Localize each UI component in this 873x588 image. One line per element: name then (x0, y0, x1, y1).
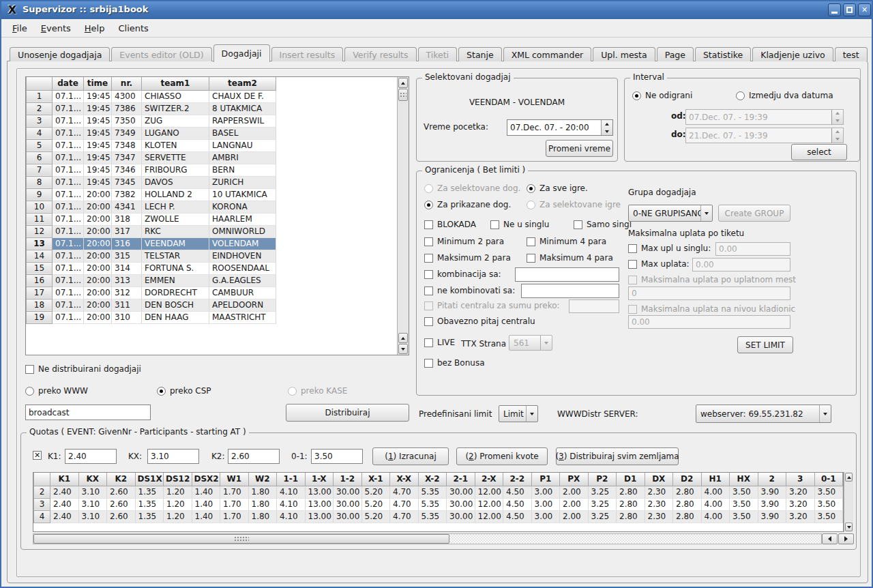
cell-team2[interactable]: LANGNAU (209, 139, 276, 151)
cell-date[interactable]: 07.1... (53, 274, 84, 286)
radio-preko-csp[interactable]: preko CSP (157, 386, 211, 396)
cell-3[interactable]: 3.20 (786, 498, 815, 510)
cell-team2[interactable]: CHAUX DE F. (209, 90, 276, 102)
cell-time[interactable]: 19:45 (84, 151, 112, 164)
cell-1-1[interactable]: 4.10 (277, 510, 306, 523)
cell-team2[interactable]: HAARLEM (209, 213, 276, 225)
cell-2-1[interactable]: 30.00 (447, 498, 475, 510)
checkbox-kombinacija-sa[interactable]: kombinacija sa: (424, 269, 501, 279)
cell-d1[interactable]: 2.80 (617, 486, 645, 498)
cell-date[interactable]: 07.1... (53, 225, 84, 237)
cell-team2[interactable]: AMBRI (209, 151, 276, 164)
scroll-left-button[interactable] (822, 533, 838, 544)
cell-time[interactable]: 20:00 (84, 262, 112, 274)
event-row[interactable]: 1707.1...20:00312DORDRECHTCAMBUUR (27, 286, 276, 299)
cell-2-2[interactable]: 4.50 (503, 486, 532, 498)
cell-time[interactable]: 20:00 (84, 201, 112, 213)
column-header-date[interactable]: date (53, 77, 84, 90)
row-number[interactable]: 7 (27, 164, 53, 176)
event-row[interactable]: 1207.1...20:00317RKCOMNIWORLD (27, 225, 276, 237)
tab-test[interactable]: test (835, 47, 868, 61)
cell-w2[interactable]: 1.80 (248, 510, 277, 523)
cell-nr[interactable]: 4300 (112, 90, 142, 102)
cell-2-1[interactable]: 30.00 (447, 510, 475, 523)
event-row[interactable]: 707.1...19:457346FRIBOURGBERN (27, 164, 276, 176)
cell-p2[interactable]: 3.25 (588, 486, 617, 498)
cell-ds1x[interactable]: 1.35 (135, 510, 164, 523)
column-header-ds12[interactable]: DS12 (164, 473, 192, 486)
tab-page[interactable]: Page (657, 47, 694, 61)
column-header-0-1[interactable]: 0-1 (814, 473, 843, 486)
cell-k1[interactable]: 2.40 (50, 498, 79, 510)
cell-team1[interactable]: TELSTAR (142, 250, 209, 262)
select-button[interactable]: select (791, 144, 847, 160)
column-header-k1[interactable]: K1 (50, 473, 79, 486)
scroll-up-button[interactable] (398, 78, 408, 88)
cell-team2[interactable]: BERN (209, 164, 276, 176)
o1-input[interactable]: 3.50 (311, 449, 363, 464)
k1-input[interactable]: 2.40 (65, 449, 117, 464)
event-row[interactable]: 807.1...19:457345DAVOSZURICH (27, 176, 276, 188)
cell-team1[interactable]: HOLLAND 2 (142, 188, 209, 201)
cell-team1[interactable]: DEN HAAG (142, 311, 209, 323)
checkbox-max-uplata[interactable]: Max uplata: (628, 259, 690, 269)
cell-1-1[interactable]: 4.10 (277, 486, 306, 498)
cell-nr[interactable]: 314 (112, 262, 142, 274)
cell-team1[interactable]: KLOTEN (142, 139, 209, 151)
cell-p1[interactable]: 3.00 (531, 510, 560, 523)
cell-team2[interactable]: MAASTRICHT (209, 311, 276, 323)
column-header-dsx2[interactable]: DSX2 (192, 473, 220, 486)
cell-h1[interactable]: 4.00 (701, 498, 730, 510)
set-limit-button[interactable]: SET LIMIT (737, 336, 793, 353)
event-row[interactable]: 1407.1...20:00315TELSTAREINDHOVEN (27, 250, 276, 262)
cell-team2[interactable]: EINDHOVEN (209, 250, 276, 262)
cell-1-x[interactable]: 13.00 (305, 510, 334, 523)
cell-1-1[interactable]: 4.10 (277, 498, 306, 510)
cell-nr[interactable]: 7349 (112, 127, 142, 139)
cell-w1[interactable]: 1.70 (220, 510, 249, 523)
cell-hx[interactable]: 3.50 (730, 486, 758, 498)
cell-p2[interactable]: 3.25 (588, 510, 617, 523)
column-header-k2[interactable]: K2 (107, 473, 136, 486)
cell-nr[interactable]: 310 (112, 311, 142, 323)
column-header-x-x[interactable]: X-X (390, 473, 419, 486)
cell-date[interactable]: 07.1... (53, 237, 84, 250)
row-number[interactable]: 10 (27, 201, 53, 213)
cell-time[interactable]: 20:00 (84, 250, 112, 262)
row-number[interactable]: 3 (34, 498, 50, 510)
cell-x-1[interactable]: 5.20 (361, 510, 390, 523)
column-header-kx[interactable]: KX (78, 473, 107, 486)
events-vscrollbar[interactable] (397, 77, 409, 355)
row-number[interactable]: 1 (27, 90, 53, 102)
checkbox-maksimum-4-para[interactable]: Maksimum 4 para (527, 253, 613, 263)
cell-hx[interactable]: 3.50 (730, 510, 758, 523)
quota-hscrollbar[interactable] (33, 533, 822, 544)
cell-team1[interactable]: ZUG (142, 115, 209, 127)
cell-h1[interactable]: 4.00 (701, 486, 730, 498)
cell-x-2[interactable]: 5.35 (418, 486, 447, 498)
cell-x-2[interactable]: 5.35 (418, 510, 447, 523)
cell-x-x[interactable]: 4.70 (390, 510, 419, 523)
promeni-vreme-button[interactable]: Promeni vreme (546, 140, 613, 157)
broadcast-input[interactable]: broadcast (25, 405, 151, 420)
cell-p1[interactable]: 3.00 (531, 498, 560, 510)
ne-kombinovati-input[interactable] (521, 284, 619, 298)
cell-d1[interactable]: 2.80 (617, 498, 645, 510)
spin-up-button[interactable] (602, 120, 612, 128)
row-number[interactable]: 2 (34, 486, 50, 498)
row-number[interactable]: 2 (27, 102, 53, 115)
wwwdistr-server-combo[interactable]: webserver: 69.55.231.82 (696, 405, 831, 423)
quotas-enable-checkbox[interactable]: ✕ (33, 451, 42, 460)
distribuiraj-svim-button[interactable]: (3) Distribuiraj svim zemljama (556, 447, 679, 465)
cell-date[interactable]: 07.1... (53, 164, 84, 176)
cell-team2[interactable]: ZURICH (209, 176, 276, 188)
column-header-team1[interactable]: team1 (142, 77, 209, 90)
cell-time[interactable]: 19:45 (84, 164, 112, 176)
cell-kx[interactable]: 3.10 (78, 498, 107, 510)
column-header-d2[interactable]: D2 (673, 473, 702, 486)
cell-nr[interactable]: 317 (112, 225, 142, 237)
column-header-dx[interactable]: DX (645, 473, 673, 486)
cell-2-x[interactable]: 12.00 (475, 510, 503, 523)
checkbox-ne-distribuirani[interactable]: Ne distribuirani dogadjaji (25, 364, 141, 374)
row-number[interactable]: 15 (27, 262, 53, 274)
